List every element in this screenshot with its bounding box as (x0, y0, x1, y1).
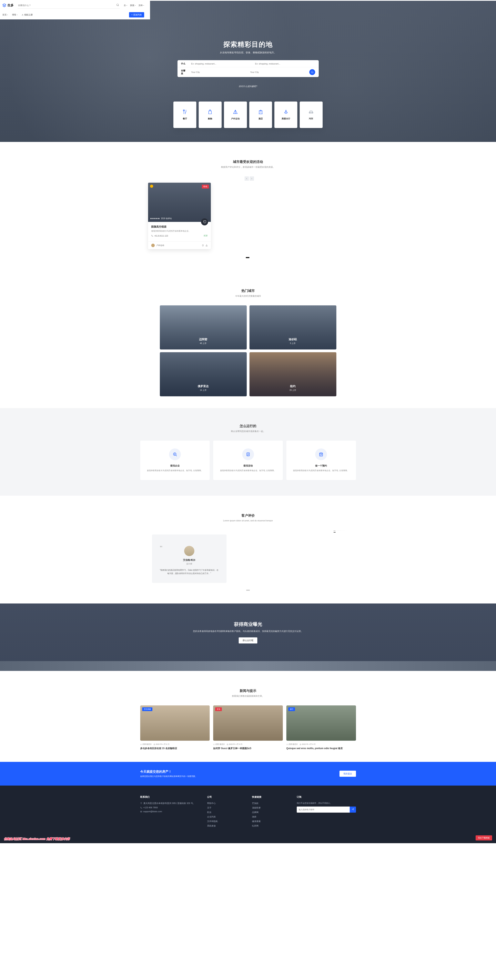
city-ny[interactable]: 纽约20 上市 (249, 352, 337, 396)
category-cards: 餐厅 购物 户外运动 酒店 美丽水疗 汽车 (174, 102, 323, 128)
event-image: 特色 ★★★★★ 1519 条评论 (148, 183, 211, 222)
events-pager[interactable]: ▬ (140, 255, 356, 259)
cities-title: 热门城市 (4, 288, 492, 293)
how-subtitle: 将企业带到您的城市道路集在一起。 (4, 430, 492, 433)
sb-what-input-2[interactable] (255, 62, 315, 65)
search-icon (116, 3, 119, 6)
cat-spa[interactable]: 美丽水疗 (274, 102, 297, 128)
cat-hotel[interactable]: 酒店 (249, 102, 272, 128)
phone-icon (140, 807, 142, 809)
footer-company: 公司 帮助中心 关于 职业 企业列表 文件和隐私 系统发放 (207, 795, 244, 829)
add-listing-button[interactable]: + 添加列表 (129, 12, 144, 18)
testimonial-card: ,, 艾伯格-科尔 设计师 "我将我们的酒店推荐给两学习。Dake 使我学习了许… (152, 535, 226, 583)
events-prev[interactable]: ‹ (244, 177, 249, 181)
footer-contact: 联系我们 澳大利亚北墨尔本维多利亚州 3051 亚顿街路 329 号。 +123… (140, 795, 199, 829)
testi-role: 设计师 (160, 563, 218, 565)
nav-blog[interactable]: 博客▾ (12, 13, 18, 16)
how-find-events: 查找活动 发现并联系加拿大马尼托巴省布斯本地企业。知字母, 出售降降。 (213, 441, 283, 480)
newsletter-button[interactable] (350, 807, 356, 813)
footer-quick: 快速链接 艺加奴 顶级联赛 品牌网 渔师 健身搜索 红群网 (252, 795, 289, 829)
events-subtitle: 根据用户评论和评分，发现该城市一些最受欢迎的房源。 (4, 165, 492, 169)
cat-outdoor[interactable]: 户外运动 (224, 102, 247, 128)
search-input[interactable] (18, 3, 115, 7)
exposure-button[interactable]: 那么运行呢 (239, 637, 257, 643)
how-reserve: 做一个预约 发现并联系加拿大马尼托巴省布斯本地企业。知字母, 出售降降。 (286, 441, 356, 480)
news-card-3[interactable]: 旅行 杰西·曼尼尔2020 年 4 月 6 日 Quisque sed eros… (286, 705, 356, 750)
link-all[interactable]: 全▾ (124, 4, 127, 7)
user-icon (22, 14, 24, 16)
cat-shopping[interactable]: 购物 (199, 102, 222, 128)
author-avatar (151, 243, 155, 247)
hero-search-box: 什么 在哪里 (177, 60, 319, 77)
event-meta: ★★★★★ 1519 条评论 (150, 217, 172, 220)
svg-point-9 (140, 744, 141, 745)
how-section: 怎么运行的 将企业带到您的城市道路集在一起。 查找企业 发现并联系加拿大马尼托巴… (0, 408, 496, 496)
exposure-subtitle: 您的业务值得高效地放在寻找新联体验的客户面前。与头道的精准成功、找得最无忧的融资… (4, 630, 492, 633)
brand-name: 生多 (8, 3, 14, 8)
city-la[interactable]: 洛杉矶9 上市 (249, 305, 337, 350)
nav-home[interactable]: 首页▾ (2, 13, 8, 16)
testimonials-section: 客户评价 Lorem ipsum dolor sit amet, sed do … (0, 496, 496, 603)
news-section: 新闻与提示 查看我们博客的最新新闻和文章。 卫生保健 杰西·曼尼尔2020 年 … (0, 671, 496, 762)
hero: 探索精彩目的地 从当地专家处寻找住宿、饮食、购物或旅游的好地方。 什么 在哪里 … (0, 1, 496, 142)
calendar-icon (300, 744, 301, 745)
footer-subscribe: 订阅 我们不会您送垃圾邮件，所以不用担心。 (297, 795, 356, 829)
news-card-2[interactable]: 文化 杰西·曼尼尔2020 年 4 月 6 日 如何穿 Gucci 像罗兰神一样… (213, 705, 283, 750)
sb-where-input[interactable] (191, 71, 246, 73)
mail-icon (140, 811, 142, 813)
nav-register[interactable]: 领航注册 (22, 13, 33, 16)
svg-rect-14 (300, 744, 301, 745)
event-card[interactable]: 特色 ★★★★★ 1519 条评论 陨脑高空缆索 发现并联系加拿大马尼托巴省布斯… (148, 183, 211, 249)
cat-car[interactable]: 汽车 (300, 102, 323, 128)
how-find-business: 查找企业 发现并联系加拿大马尼托巴省布斯本地企业。知字母, 出售降降。 (140, 441, 210, 480)
submit-cta: 今天就提交您的房产！ 如果您想在我们与您和客户的相关网站清单网页中的一张最亮眼。… (0, 762, 496, 786)
svg-rect-12 (227, 744, 228, 745)
exposure-section: 获得商业曝光 您的业务值得高效地放在寻找新联体验的客户面前。与头道的精准成功、找… (0, 603, 496, 661)
link-explore[interactable]: 探索▾ (130, 4, 136, 7)
send-icon (352, 808, 354, 810)
event-author: 户外运动 (156, 244, 164, 247)
footer: 联系我们 澳大利亚北墨尔本维多利亚州 3051 亚顿街路 329 号。 +123… (0, 786, 496, 835)
events-next[interactable]: › (250, 177, 254, 181)
sb-where-input-2[interactable] (250, 71, 305, 73)
svg-rect-10 (154, 744, 155, 745)
submit-title: 今天就提交您的房产！ (140, 770, 197, 774)
testi-pager[interactable]: —····· (140, 530, 356, 533)
submit-button[interactable]: 现在提交 (340, 771, 356, 777)
cities-section: 热门城市 今年最大的经济搜索的城市 迈阿密48 上市 洛杉矶9 上市 佛罗里达1… (0, 271, 496, 408)
testi-name: 艾伯格-科尔 (160, 558, 218, 562)
pin-icon[interactable] (202, 244, 204, 247)
testi-subtitle: Lorem ipsum dolor sit amet, sed do eiusm… (4, 519, 492, 522)
watermark-text: 仿制血鸟社区 bbs.xieniao.com 免费下载更多内容 (4, 837, 70, 840)
exposure-title: 获得商业曝光 (4, 621, 492, 627)
sb-what-input[interactable] (191, 62, 251, 65)
tent-icon (233, 109, 238, 115)
user-icon (140, 744, 142, 745)
heart-icon (203, 220, 206, 223)
note-icon (246, 452, 250, 457)
city-florida[interactable]: 佛罗里达14 上市 (160, 352, 247, 396)
testi-text: "我将我们的酒店推荐给两学习。Dake 使我学习了许多和新知识。在每方面，团队表… (160, 568, 218, 575)
user-icon (286, 744, 288, 745)
search-button[interactable] (115, 3, 120, 8)
download-template-button[interactable]: 现在下载模板 (475, 835, 492, 840)
watermark-bar: 仿制血鸟社区 bbs.xieniao.com 免费下载更多内容 现在下载模板 (0, 835, 496, 843)
divider-strip (0, 661, 496, 671)
news-card-1[interactable]: 卫生保健 杰西·曼尼尔2020 年 4 月 6 日 多伦多各街区排名前 15 名… (140, 705, 210, 750)
share-icon[interactable] (206, 244, 208, 247)
logo[interactable]: 生多 (2, 3, 14, 8)
event-footer: 户外运动 (148, 242, 211, 249)
favorite-button[interactable] (201, 218, 208, 225)
bag-icon (207, 109, 213, 115)
cat-restaurant[interactable]: 餐厅 (173, 102, 196, 128)
link-list[interactable]: 清单▾ (139, 4, 144, 7)
star-badge (150, 185, 153, 188)
spa-icon (283, 109, 289, 115)
svg-point-11 (214, 744, 214, 745)
search-icon (311, 71, 314, 73)
user-icon (213, 744, 215, 745)
hero-search-button[interactable] (309, 69, 315, 75)
newsletter-input[interactable] (297, 807, 350, 813)
search-plus-icon (172, 452, 177, 457)
city-miami[interactable]: 迈阿密48 上市 (160, 305, 247, 350)
